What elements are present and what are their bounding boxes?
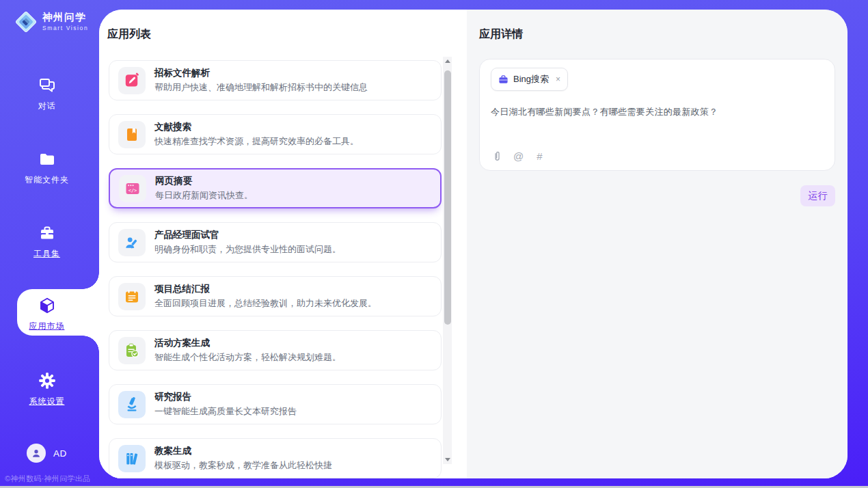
app-card-description: 明确身份和职责，为您提供专业性的面试问题。 [154, 245, 341, 254]
app-card-title: 网页摘要 [155, 176, 253, 187]
app-card-title: 活动方案生成 [154, 338, 341, 349]
brand-subtitle: Smart Vision [42, 25, 88, 31]
tool-tag[interactable]: Bing搜索 × [491, 68, 568, 91]
app-card-1[interactable]: 招标文件解析帮助用户快速、准确地理解和解析招标书中的关键信息 [109, 60, 442, 100]
sidebar-item-toolset[interactable]: 工具集 [0, 224, 94, 260]
app-card-title: 教案生成 [154, 446, 332, 457]
app-card-4[interactable]: 产品经理面试官明确身份和职责，为您提供专业性的面试问题。 [109, 222, 442, 262]
sidebar-item-settings[interactable]: 系统设置 [0, 372, 94, 407]
avatar [27, 444, 46, 463]
sidebar-item-label: 工具集 [33, 249, 60, 258]
sidebar-item-chat[interactable]: 对话 [0, 77, 94, 112]
app-card-description: 帮助用户快速、准确地理解和解析招标书中的关键信息 [154, 83, 368, 92]
attachment-toolbar: @ # [491, 150, 545, 162]
attachment-icon[interactable] [491, 150, 503, 162]
tool-tag-label: Bing搜索 [513, 73, 549, 85]
brand-logo: 神州问学 Smart Vision [14, 10, 88, 34]
copyright-note: ©神州数码·神州问学出品 [5, 474, 90, 484]
interviewer-icon [118, 229, 146, 256]
query-text[interactable]: 今日湖北有哪些新闻要点？有哪些需要关注的最新政策？ [491, 106, 824, 118]
brand-name: 神州问学 [42, 12, 88, 23]
mention-icon[interactable]: @ [513, 150, 524, 162]
app-card-description: 一键智能生成高质量长文本研究报告 [154, 407, 297, 416]
web-code-icon: </> [119, 175, 146, 202]
folder-icon [38, 150, 56, 168]
app-card-list: 招标文件解析帮助用户快速、准确地理解和解析招标书中的关键信息文献搜索快速精准查找… [109, 60, 442, 478]
sidebar-item-app-market[interactable]: 应用市场 [0, 297, 94, 332]
app-window: 神州问学 Smart Vision 对话智能文件夹工具集应用市场系统设置 AD … [0, 0, 868, 488]
book-icon [118, 121, 146, 148]
app-card-5[interactable]: 项目总结汇报全面回顾项目进展，总结经验教训，助力未来优化发展。 [109, 276, 442, 316]
sidebar-item-label: 系统设置 [29, 396, 65, 406]
calendar-note-icon [118, 283, 146, 310]
cube-icon [38, 297, 56, 314]
app-card-2[interactable]: 文献搜索快速精准查找学术资源，提高研究效率的必备工具。 [109, 114, 442, 154]
clipboard-check-icon [118, 337, 146, 364]
app-list-title: 应用列表 [107, 27, 467, 42]
sidebar: 神州问学 Smart Vision 对话智能文件夹工具集应用市场系统设置 AD … [0, 0, 99, 488]
user-name: AD [53, 448, 67, 459]
app-card-description: 每日政府新闻资讯快查。 [155, 191, 253, 200]
app-card-title: 项目总结汇报 [154, 284, 377, 295]
app-card-title: 文献搜索 [154, 122, 359, 133]
app-card-description: 全面回顾项目进展，总结经验教训，助力未来优化发展。 [154, 299, 377, 308]
microscope-icon [118, 391, 146, 418]
remove-tool-icon[interactable]: × [556, 74, 560, 84]
toolbox-icon [38, 224, 56, 242]
app-card-title: 招标文件解析 [154, 68, 368, 79]
app-list-panel: 应用列表 招标文件解析帮助用户快速、准确地理解和解析招标书中的关键信息文献搜索快… [99, 10, 467, 478]
app-card-description: 智能生成个性化活动方案，轻松解决规划难题。 [154, 353, 341, 362]
app-card-description: 快速精准查找学术资源，提高研究效率的必备工具。 [154, 137, 359, 146]
app-card-3[interactable]: </>网页摘要每日政府新闻资讯快查。 [109, 168, 442, 208]
scrollbar[interactable] [443, 57, 452, 464]
briefcase-icon [498, 74, 508, 85]
run-button[interactable]: 运行 [800, 185, 835, 206]
prompt-card[interactable]: Bing搜索 × 今日湖北有哪些新闻要点？有哪些需要关注的最新政策？ @ # [479, 59, 835, 171]
app-card-description: 模板驱动，教案秒成，教学准备从此轻松快捷 [154, 461, 332, 470]
sidebar-item-label: 应用市场 [29, 321, 65, 331]
sidebar-item-smart-folder[interactable]: 智能文件夹 [0, 150, 94, 186]
app-detail-panel: 应用详情 Bing搜索 × 今日湖北有哪些新闻要点？有哪些需要关注的最新政策？ [467, 10, 847, 478]
scrollbar-down-arrow[interactable] [443, 455, 452, 464]
app-card-8[interactable]: 教案生成模板驱动，教案秒成，教学准备从此轻松快捷 [109, 438, 442, 478]
sidebar-item-label: 对话 [38, 101, 56, 111]
app-card-title: 产品经理面试官 [154, 230, 341, 241]
hashtag-icon[interactable]: # [534, 150, 545, 162]
app-card-6[interactable]: 活动方案生成智能生成个性化活动方案，轻松解决规划难题。 [109, 330, 442, 370]
app-card-title: 研究报告 [154, 392, 297, 403]
app-detail-title: 应用详情 [479, 27, 835, 42]
gear-icon [38, 372, 56, 390]
scrollbar-thumb[interactable] [444, 70, 451, 325]
edit-document-icon [118, 67, 146, 94]
brand-logo-icon [14, 10, 38, 34]
user-profile[interactable]: AD [0, 444, 94, 463]
scrollbar-up-arrow[interactable] [443, 57, 452, 66]
app-card-7[interactable]: 研究报告一键智能生成高质量长文本研究报告 [109, 384, 442, 424]
books-icon [118, 445, 146, 472]
sidebar-item-label: 智能文件夹 [25, 175, 69, 185]
chat-icon [38, 77, 56, 94]
main-content: 应用列表 招标文件解析帮助用户快速、准确地理解和解析招标书中的关键信息文献搜索快… [99, 10, 847, 478]
svg-text:</>: </> [128, 187, 137, 193]
